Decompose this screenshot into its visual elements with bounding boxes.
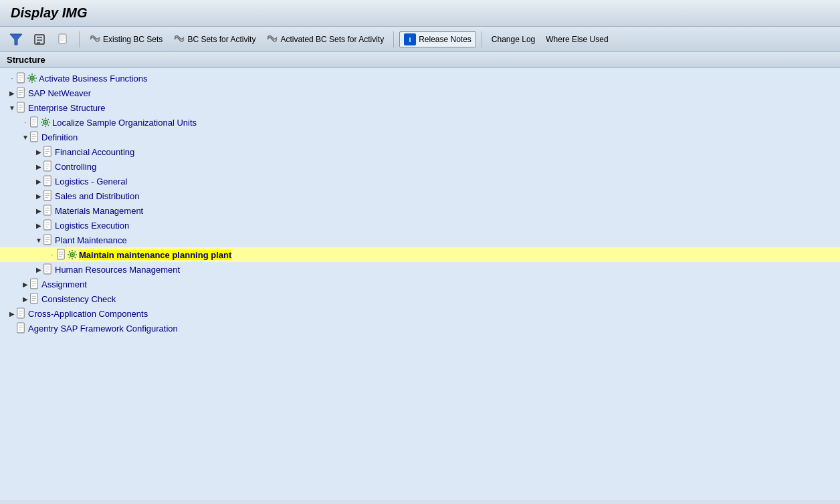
expand-arrow: · (48, 251, 56, 259)
tree-item-activate-biz[interactable]: · Activate Business Functions (0, 71, 840, 86)
existing-bc-sets-button[interactable]: Existing BC Sets (85, 32, 167, 47)
filter-icon (9, 33, 23, 45)
doc-icon (16, 307, 27, 320)
activated-bc-sets-button[interactable]: Activated BC Sets for Activity (262, 32, 388, 47)
bc-sets-activity-label: BC Sets for Activity (187, 35, 255, 44)
tree-label: Plant Maintenance (55, 235, 127, 245)
svg-line-87 (75, 257, 76, 259)
tree-label: Definition (41, 132, 78, 142)
tree-item-enterprise-structure[interactable]: ▼ Enterprise Structure (0, 100, 840, 115)
doc-icon (43, 263, 54, 275)
page-title: Display IMG (11, 5, 829, 21)
bc-sets-button[interactable] (29, 31, 51, 47)
svg-line-18 (29, 75, 30, 76)
tree-item-logistics-general[interactable]: ▶ Logistics - General (0, 174, 840, 188)
tree-label: Logistics - General (55, 176, 127, 186)
tree-label: Financial Accounting (55, 147, 134, 157)
tree-label: Consistency Check (41, 294, 116, 304)
svg-line-43 (42, 125, 43, 126)
expand-arrow[interactable]: ▶ (35, 193, 43, 200)
tree-item-sap-netweaver[interactable]: ▶ SAP NetWeaver (0, 86, 840, 100)
tree-label: Sales and Distribution (55, 191, 139, 201)
bc-sets-activity-button[interactable]: BC Sets for Activity (169, 32, 259, 47)
expand-arrow[interactable]: ▶ (35, 207, 43, 215)
tree-item-human-resources[interactable]: ▶ Human Resources Management (0, 262, 840, 277)
info-icon: i (404, 33, 416, 45)
activated-bc-sets-icon (266, 34, 278, 45)
svg-marker-0 (10, 34, 22, 45)
svg-line-89 (69, 257, 70, 259)
separator-2 (393, 31, 394, 47)
expand-arrow[interactable]: ▶ (21, 295, 29, 303)
where-else-used-button[interactable]: Where Else Used (542, 33, 612, 46)
tree-label: Localize Sample Organizational Units (52, 118, 197, 128)
gear-icon (40, 117, 51, 128)
title-bar: Display IMG (0, 0, 840, 27)
tree-item-localize-sample[interactable]: · Localize Sample Organizational Units (0, 115, 840, 130)
tree-container[interactable]: · Activate Business Functions▶ SAP NetWe… (0, 68, 840, 500)
bc-sets-icon (33, 33, 47, 45)
svg-line-19 (35, 81, 36, 82)
doc-icon (43, 190, 54, 202)
svg-line-21 (29, 81, 30, 82)
tree-item-financial-accounting[interactable]: ▶ Financial Accounting (0, 144, 840, 159)
expand-arrow[interactable]: ▶ (35, 178, 43, 185)
bc-sets-activity-icon (173, 34, 185, 45)
tree-item-assignment[interactable]: ▶ Assignment (0, 277, 840, 291)
svg-line-41 (48, 125, 49, 126)
tree-label: Materials Management (55, 206, 143, 216)
tree-item-logistics-exec[interactable]: ▶ Logistics Execution (0, 218, 840, 233)
tree-item-materials-mgmt[interactable]: ▶ Materials Management (0, 203, 840, 218)
gear-icon (67, 249, 78, 261)
filter-button[interactable] (5, 31, 27, 47)
tree-item-cross-application[interactable]: ▶ Cross-Application Components (0, 306, 840, 321)
expand-arrow[interactable]: ▼ (21, 134, 29, 141)
tree-item-sales-distribution[interactable]: ▶ Sales and Distribution (0, 188, 840, 203)
expand-arrow[interactable]: ▶ (35, 148, 43, 156)
expand-arrow[interactable]: ▶ (8, 90, 16, 97)
expand-arrow[interactable]: ▼ (8, 104, 16, 112)
tree-label: Human Resources Management (55, 265, 180, 275)
doc-icon (56, 249, 67, 261)
svg-rect-2 (37, 37, 42, 38)
tree-item-agentry-sap[interactable]: Agentry SAP Framework Configuration (0, 321, 840, 336)
svg-point-90 (72, 254, 74, 256)
tree-label: Logistics Execution (55, 221, 129, 231)
doc-icon (16, 72, 27, 84)
expand-arrow[interactable]: ▶ (8, 310, 16, 318)
gear-icon (27, 73, 37, 84)
where-else-used-label: Where Else Used (546, 35, 608, 44)
doc-icon (16, 102, 27, 114)
release-notes-button[interactable]: i Release Notes (399, 31, 476, 47)
svg-rect-5 (59, 34, 66, 43)
svg-point-44 (45, 122, 47, 124)
doc-icon (43, 234, 54, 246)
expand-arrow[interactable]: ▶ (21, 281, 29, 288)
tree-item-plant-maintenance[interactable]: ▼ Plant Maintenance (0, 233, 840, 247)
doc-icon (29, 278, 40, 290)
doc-icon (29, 293, 40, 305)
tree-label: Assignment (41, 279, 87, 289)
page-button[interactable] (54, 31, 74, 47)
svg-point-22 (31, 78, 33, 80)
svg-line-20 (35, 75, 36, 76)
page-icon (58, 33, 70, 45)
change-log-button[interactable]: Change Log (488, 33, 539, 46)
expand-arrow[interactable]: ▶ (35, 163, 43, 170)
svg-line-42 (48, 119, 49, 120)
expand-arrow[interactable]: ▼ (35, 237, 43, 244)
toolbar: Existing BC Sets BC Sets for Activity Ac… (0, 27, 840, 52)
svg-line-86 (69, 251, 70, 253)
expand-arrow: · (8, 75, 16, 82)
tree-label: Activate Business Functions (39, 74, 148, 84)
doc-icon (43, 219, 54, 231)
expand-arrow[interactable]: ▶ (35, 222, 43, 229)
tree-item-maintain-planning[interactable]: · Maintain maintenance planning plant (0, 247, 840, 262)
tree-item-definition[interactable]: ▼ Definition (0, 130, 840, 144)
doc-icon (29, 131, 40, 143)
tree-item-consistency-check[interactable]: ▶ Consistency Check (0, 291, 840, 306)
doc-icon (43, 160, 54, 172)
tree-item-controlling[interactable]: ▶ Controlling (0, 159, 840, 174)
expand-arrow[interactable]: ▶ (35, 266, 43, 273)
svg-rect-4 (37, 42, 40, 43)
